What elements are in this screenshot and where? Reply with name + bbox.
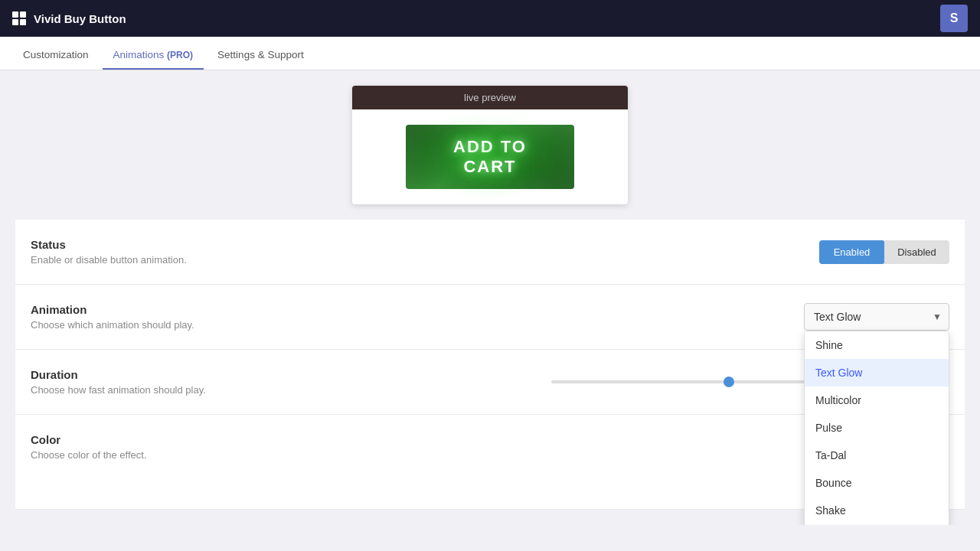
duration-description: Choose how fast animation should play. (31, 384, 490, 396)
status-section: Status Enable or disable button animatio… (15, 220, 965, 285)
animation-section: Animation Choose which animation should … (15, 285, 965, 350)
app-icon (12, 11, 26, 25)
preview-container: live preview ADD TO CART (352, 86, 628, 204)
pro-badge: (PRO) (167, 50, 193, 60)
animation-control: Text Glow ▼ Shine Text Glow Multicolor P… (490, 303, 949, 331)
status-disabled-option[interactable]: Disabled (884, 240, 949, 264)
color-label-area: Color Choose color of the effect. (31, 433, 490, 491)
animation-option-pulse[interactable]: Pulse (805, 414, 949, 442)
animation-title: Animation (31, 303, 490, 316)
top-bar-action-button[interactable]: S (940, 5, 968, 32)
animation-label-area: Animation Choose which animation should … (31, 303, 490, 331)
top-bar: Vivid Buy Button S (0, 0, 980, 37)
animation-option-shine[interactable]: Shine (805, 331, 949, 359)
duration-label-area: Duration Choose how fast animation shoul… (31, 368, 490, 396)
tab-settings-support[interactable]: Settings & Support (207, 41, 315, 70)
animation-option-bounce[interactable]: Bounce (805, 469, 949, 497)
nav-tabs: Customization Animations (PRO) Settings … (0, 37, 980, 70)
tab-customization[interactable]: Customization (12, 41, 100, 70)
status-label-area: Status Enable or disable button animatio… (31, 238, 490, 266)
color-title: Color (31, 433, 490, 446)
preview-header: live preview (352, 86, 628, 109)
app-title-area: Vivid Buy Button (12, 11, 126, 25)
animation-option-textglow[interactable]: Text Glow (805, 359, 949, 386)
animation-dropdown-selected[interactable]: Text Glow (804, 303, 949, 331)
main-content: live preview ADD TO CART Status Enable o… (0, 70, 980, 525)
animation-description: Choose which animation should play. (31, 319, 490, 331)
preview-body: ADD TO CART (352, 109, 628, 204)
status-enabled-option[interactable]: Enabled (819, 240, 884, 264)
animation-dropdown-menu: Shine Text Glow Multicolor Pulse Ta-Dal … (804, 331, 949, 525)
animation-option-multicolor[interactable]: Multicolor (805, 386, 949, 414)
tab-animations[interactable]: Animations (PRO) (103, 41, 204, 70)
animation-option-shake[interactable]: Shake (805, 497, 949, 524)
app-title: Vivid Buy Button (34, 12, 126, 25)
animation-dropdown-wrapper: Text Glow ▼ Shine Text Glow Multicolor P… (804, 303, 949, 331)
status-control: Enabled Disabled (490, 240, 949, 264)
status-toggle[interactable]: Enabled Disabled (819, 240, 949, 264)
duration-title: Duration (31, 368, 490, 381)
preview-add-to-cart-button[interactable]: ADD TO CART (406, 125, 574, 189)
status-title: Status (31, 238, 490, 251)
animation-option-tadal[interactable]: Ta-Dal (805, 442, 949, 469)
color-description: Choose color of the effect. (31, 449, 490, 461)
animation-option-strongshake[interactable]: Strong Shake (805, 524, 949, 525)
status-description: Enable or disable button animation. (31, 254, 490, 266)
